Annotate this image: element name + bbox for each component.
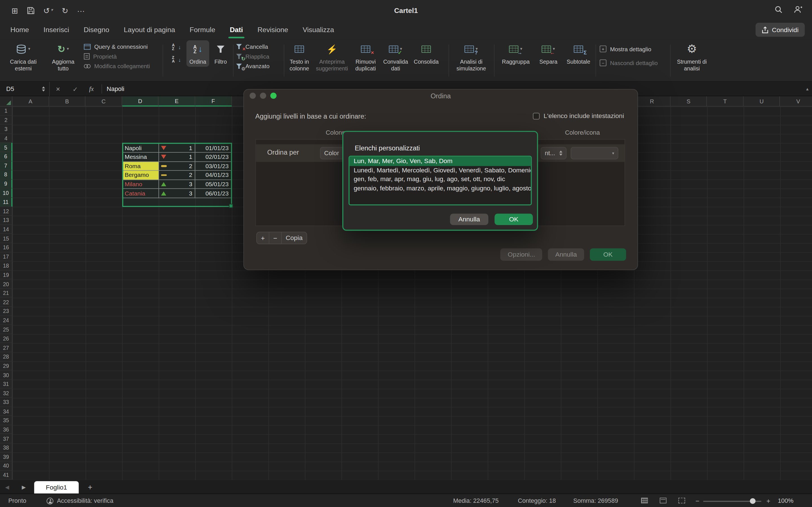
color-icon-dropdown[interactable]: ▾ bbox=[571, 147, 618, 159]
date-cell[interactable]: 04/01/23 bbox=[195, 171, 232, 180]
custom-list-item[interactable]: gen, feb, mar, apr, mag, giu, lug, ago, … bbox=[350, 175, 531, 184]
group-button[interactable]: → ▾ Raggruppa bbox=[500, 42, 531, 65]
table-row[interactable]: Milano 3 05/01/23 bbox=[123, 180, 232, 189]
zoom-slider-thumb[interactable] bbox=[750, 498, 756, 504]
column-header[interactable]: D bbox=[122, 96, 159, 107]
column-header[interactable]: A bbox=[12, 96, 49, 107]
city-cell[interactable]: Roma bbox=[123, 162, 159, 171]
custom-list-item[interactable]: Lunedì, Martedì, Mercoledì, Giovedì, Ven… bbox=[350, 166, 531, 175]
table-row[interactable]: Catania 3 06/01/23 bbox=[123, 189, 232, 198]
name-box[interactable]: D5 bbox=[0, 82, 50, 96]
column-header[interactable]: S bbox=[670, 96, 707, 107]
cancel-entry-icon[interactable]: × bbox=[56, 82, 60, 96]
row-header[interactable]: 11 bbox=[0, 198, 12, 207]
ribbon-tab[interactable]: Layout di pagina bbox=[116, 20, 182, 39]
share-user-icon[interactable] bbox=[794, 5, 803, 15]
add-sheet-button[interactable]: + bbox=[85, 480, 95, 494]
date-cell[interactable]: 03/01/23 bbox=[195, 162, 232, 171]
remove-level-button[interactable]: − bbox=[269, 232, 282, 244]
row-header[interactable]: 32 bbox=[0, 389, 12, 398]
data-validation-button[interactable]: ✓ ▾ Convalida dati bbox=[381, 42, 410, 72]
table-row[interactable]: Roma 2 03/01/23 bbox=[123, 162, 232, 171]
row-header[interactable]: 15 bbox=[0, 234, 12, 243]
filter-button[interactable]: Filtro bbox=[210, 42, 231, 65]
date-cell[interactable]: 02/01/23 bbox=[195, 153, 232, 162]
city-cell[interactable]: Napoli bbox=[123, 144, 159, 152]
row-header[interactable]: 19 bbox=[0, 270, 12, 279]
row-header[interactable]: 26 bbox=[0, 334, 12, 343]
headers-checkbox[interactable] bbox=[532, 112, 539, 119]
ribbon-tab[interactable]: Visualizza bbox=[296, 20, 342, 39]
value-cell[interactable]: 1 bbox=[159, 153, 195, 162]
row-header[interactable]: 3 bbox=[0, 125, 12, 134]
ribbon-tab[interactable]: Formule bbox=[183, 20, 222, 39]
page-layout-view-icon[interactable] bbox=[660, 498, 666, 503]
row-header[interactable]: 13 bbox=[0, 216, 12, 225]
date-cell[interactable]: 05/01/23 bbox=[195, 180, 232, 189]
city-cell[interactable]: Milano bbox=[123, 180, 159, 189]
city-cell[interactable]: Bergamo bbox=[123, 171, 159, 180]
options-button[interactable]: Opzioni... bbox=[500, 248, 542, 261]
row-header[interactable]: 2 bbox=[0, 116, 12, 125]
row-header[interactable]: 35 bbox=[0, 416, 12, 425]
row-header[interactable]: 25 bbox=[0, 325, 12, 334]
table-row[interactable]: Napoli 1 01/01/23 bbox=[123, 144, 232, 152]
column-header[interactable]: F bbox=[195, 96, 232, 107]
value-cell[interactable]: 2 bbox=[159, 171, 195, 180]
custom-list-item[interactable]: Lun, Mar, Mer, Gio, Ven, Sab, Dom bbox=[350, 157, 531, 166]
row-header[interactable]: 38 bbox=[0, 443, 12, 452]
remove-duplicates-button[interactable]: × Rimuovi duplicati bbox=[351, 42, 380, 72]
table-row[interactable]: Bergamo 2 04/01/23 bbox=[123, 171, 232, 180]
row-header[interactable]: 41 bbox=[0, 471, 12, 480]
confirm-entry-icon[interactable]: ✓ bbox=[72, 82, 78, 96]
sort-za-button[interactable]: ZA ↓ bbox=[172, 56, 181, 63]
next-sheet-icon[interactable]: ▶ bbox=[22, 480, 26, 494]
ribbon-tab[interactable]: Revisione bbox=[250, 20, 295, 39]
dialog-cancel-button[interactable]: Annulla bbox=[548, 248, 584, 261]
row-header[interactable]: 28 bbox=[0, 352, 12, 361]
sort-az-button[interactable]: AZ ↓ bbox=[172, 43, 181, 51]
insert-function-icon[interactable]: fx bbox=[89, 82, 94, 96]
column-header[interactable]: V bbox=[780, 96, 812, 107]
add-level-button[interactable]: + bbox=[257, 232, 269, 244]
text-to-columns-button[interactable]: Testo in colonne bbox=[286, 42, 313, 72]
row-header[interactable]: 23 bbox=[0, 307, 12, 316]
zoom-window-icon[interactable] bbox=[270, 93, 276, 99]
ribbon-tab[interactable]: Home bbox=[3, 20, 36, 39]
column-header[interactable]: B bbox=[49, 96, 86, 107]
date-cell[interactable]: 01/01/23 bbox=[195, 144, 232, 152]
row-header[interactable]: 37 bbox=[0, 434, 12, 443]
row-header[interactable]: 29 bbox=[0, 361, 12, 371]
city-cell[interactable]: Catania bbox=[123, 189, 159, 198]
row-header[interactable]: 27 bbox=[0, 343, 12, 352]
analysis-tools-button[interactable]: ⚙ Strumenti di analisi bbox=[675, 42, 709, 72]
advanced-filter-button[interactable]: ⚙ Avanzato bbox=[236, 63, 269, 69]
column-header[interactable]: T bbox=[707, 96, 744, 107]
share-button[interactable]: Condividi bbox=[755, 23, 805, 37]
zoom-level[interactable]: 100% bbox=[778, 494, 794, 507]
value-cell[interactable]: 3 bbox=[159, 189, 195, 198]
close-window-icon[interactable] bbox=[250, 93, 256, 99]
row-header[interactable]: 4 bbox=[0, 134, 12, 143]
row-header[interactable]: 30 bbox=[0, 371, 12, 380]
row-header[interactable]: 12 bbox=[0, 207, 12, 216]
row-header[interactable]: 9 bbox=[0, 179, 12, 188]
date-cell[interactable]: 06/01/23 bbox=[195, 189, 232, 198]
row-header[interactable]: 40 bbox=[0, 462, 12, 471]
copy-level-button[interactable]: Copia bbox=[282, 232, 306, 244]
row-header[interactable]: 8 bbox=[0, 170, 12, 179]
ribbon-tab[interactable]: Disegno bbox=[77, 20, 116, 39]
column-header[interactable]: E bbox=[159, 96, 195, 107]
row-header[interactable]: 33 bbox=[0, 398, 12, 407]
dialog-titlebar[interactable]: Ordina bbox=[244, 90, 638, 102]
ribbon-tab[interactable]: Dati bbox=[222, 20, 250, 39]
accessibility-status[interactable]: Accessibilità: verifica bbox=[47, 494, 113, 507]
zoom-out-icon[interactable]: − bbox=[696, 494, 700, 507]
row-header[interactable]: 24 bbox=[0, 316, 12, 325]
row-header[interactable]: 17 bbox=[0, 252, 12, 261]
custom-list-item[interactable]: gennaio, febbraio, marzo, aprile, maggio… bbox=[350, 184, 531, 193]
row-header[interactable]: 31 bbox=[0, 380, 12, 389]
queries-connections-button[interactable]: Query & connessioni bbox=[84, 43, 150, 50]
ungroup-button[interactable]: ← ▾ Separa bbox=[535, 42, 562, 65]
row-header[interactable]: 34 bbox=[0, 407, 12, 416]
